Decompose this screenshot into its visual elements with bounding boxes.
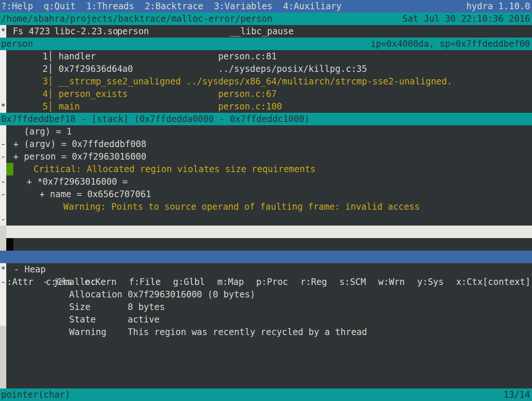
collapse-marker-icon[interactable]: -: [0, 138, 6, 150]
active-thread-marker-icon: *: [0, 25, 6, 38]
heap-detail-allocation: Allocation 0x7f2963016000 (0 bytes): [0, 288, 532, 301]
frame-function: handler: [59, 50, 96, 63]
frame-separator: │: [48, 75, 53, 88]
status-bar: pointer(char) 13/14: [0, 388, 532, 401]
active-frame-marker-icon: *: [0, 100, 6, 113]
active-pane-marker-icon: *: [0, 263, 6, 276]
thread-binary: libc-2.23.so: [54, 25, 118, 38]
clock: Sat Jul 30 22:10:36 2016: [402, 13, 530, 25]
frame-number: 3: [43, 75, 48, 88]
variable-row-argv[interactable]: + (argv) = 0x7ffdeddbf008: [0, 138, 532, 150]
heap-allocator-label: - jemalloc: [43, 276, 96, 288]
heap-detail-text: Allocation 0x7f2963016000 (0 bytes): [69, 288, 256, 301]
thread-function: __libc_pause: [230, 25, 293, 38]
variable-row-deref[interactable]: + *0x7f2963016000 =: [0, 175, 532, 188]
collapse-marker-icon[interactable]: -: [0, 150, 6, 163]
error-indicator-block: [6, 163, 13, 175]
pane-position: 13/14: [504, 388, 530, 401]
variable-text: + (argv) = 0x7ffdeddbf008: [13, 138, 146, 150]
hydra-terminal: ?:Helpq:Quit1:Threads2:Backtrace3:Variab…: [0, 0, 532, 401]
frame-number: 2: [43, 63, 48, 75]
menu-items: ?:Helpq:Quit1:Threads2:Backtrace3:Variab…: [1, 0, 352, 13]
thread-fs: Fs 4723: [13, 25, 50, 38]
app-version: hydra 1.10.0: [466, 0, 530, 13]
working-path: /home/sbahra/projects/backtrace/malloc-e…: [1, 13, 272, 25]
backtrace-frame[interactable]: 3 │ __strcmp_sse2_unaligned ../sysdeps/x…: [0, 75, 532, 88]
frame-file: person.c:100: [218, 100, 282, 113]
menu-item-auxiliary[interactable]: 4:Auxiliary: [283, 0, 342, 13]
warning-text: Warning: Points to source operand of fau…: [63, 200, 420, 213]
frame-function: __strcmp_sse2_unaligned: [59, 75, 181, 88]
frame-separator: │: [48, 63, 53, 75]
frame-registers: ip=0x4008da, sp=0x7ffdeddbef00: [371, 38, 530, 50]
frame-file: person.c:81: [218, 50, 276, 63]
variable-text: + *0x7f2963016000 =: [27, 175, 128, 188]
frame-file: ../sysdeps/posix/killpg.c:35: [218, 63, 367, 75]
collapse-marker-icon[interactable]: -: [0, 213, 6, 226]
heap-detail-warning: Warning This region was recently recycle…: [0, 326, 532, 338]
menu-item-help[interactable]: ?:Help: [1, 0, 33, 13]
variable-row-test-selected[interactable]: ┌+ test = 0x7f2963016000: [0, 213, 532, 226]
heap-detail-text: Warning This region was recently recycle…: [69, 326, 367, 338]
frame-function: main: [59, 100, 80, 113]
backtrace-frame-active[interactable]: 5 │ main person.c:100: [0, 100, 532, 113]
heap-detail-text: State active: [69, 313, 160, 326]
variable-text: + name = 0x656c707061: [39, 188, 151, 200]
variable-row-name[interactable]: + name = 0x656c707061: [0, 188, 532, 200]
frame-number: 4: [43, 88, 48, 100]
heap-root-label: - Heap: [14, 263, 46, 276]
thread-row[interactable]: Fs 4723 libc-2.23.so person __libc_pause: [0, 25, 532, 38]
heap-root-row[interactable]: - Heap: [0, 263, 532, 276]
menu-item-variables[interactable]: 3:Variables: [214, 0, 272, 13]
backtrace-frame[interactable]: 1 │ handler person.c:81: [0, 50, 532, 63]
heap-detail-state: State active: [0, 313, 532, 326]
frame-function: person_exists: [59, 88, 128, 100]
heap-allocator-row[interactable]: - jemalloc: [0, 276, 532, 288]
heap-scrollbar-track[interactable]: [0, 326, 6, 388]
collapse-marker-icon[interactable]: -: [0, 175, 6, 188]
stack-region-bar: 0x7ffdeddbef18 - [stack] (0x7ffdedda0000…: [0, 113, 532, 125]
menu-item-backtrace[interactable]: 2:Backtrace: [145, 0, 203, 13]
variable-text: ┌+ test = 0x7f2963016000: [15, 213, 142, 226]
path-bar: /home/sbahra/projects/backtrace/malloc-e…: [0, 13, 532, 25]
frame-name: person: [1, 38, 33, 50]
variable-row-person[interactable]: + person = 0x7f2963016000: [0, 150, 532, 163]
heap-detail-size: Size 8 bytes: [0, 301, 532, 313]
variable-row-arg[interactable]: (arg) = 1: [0, 125, 532, 138]
variable-text: + person = 0x7f2963016000: [13, 150, 146, 163]
variable-critical-message: Critical: Allocated region violates size…: [0, 163, 532, 175]
critical-text: Critical: Allocated region violates size…: [34, 163, 316, 175]
frame-separator: │: [48, 88, 53, 100]
frame-number: 5: [43, 100, 48, 113]
backtrace-frame[interactable]: 4 │ person_exists person.c:67: [0, 88, 532, 100]
collapse-marker-icon[interactable]: -: [0, 276, 6, 288]
frame-header-bar: person ip=0x4008da, sp=0x7ffdeddbef00: [0, 38, 532, 50]
frame-file: person.c:67: [218, 88, 276, 100]
menu-item-quit[interactable]: q:Quit: [44, 0, 76, 13]
frame-separator: │: [48, 100, 53, 113]
frame-file: ../sysdeps/x86_64/multiarch/strcmp-sse2-…: [186, 75, 452, 88]
frame-function: 0x7f29636d64a0: [59, 63, 133, 75]
variable-warning-message: Warning: Points to source operand of fau…: [0, 200, 532, 213]
selected-type: pointer(char): [1, 388, 70, 401]
selection-highlight: [6, 226, 532, 238]
menu-bar: ?:Helpq:Quit1:Threads2:Backtrace3:Variab…: [0, 0, 532, 13]
backtrace-frame[interactable]: 2 │ 0x7f29636d64a0 ../sysdeps/posix/kill…: [0, 63, 532, 75]
aux-key-bar: a:Attr c:Cls e:Kern f:File g:Glbl m:Map …: [0, 251, 532, 263]
cursor-block: [6, 238, 13, 251]
frame-separator: │: [48, 50, 53, 63]
thread-process: person: [117, 25, 149, 38]
variables-scrollbar-track[interactable]: [0, 226, 6, 251]
collapse-marker-icon[interactable]: -: [0, 188, 6, 200]
heap-detail-text: Size 8 bytes: [69, 301, 165, 313]
frame-number: 1: [43, 50, 48, 63]
menu-item-threads[interactable]: 1:Threads: [86, 0, 134, 13]
variable-text: (arg) = 1: [24, 125, 72, 138]
stack-region-text: 0x7ffdeddbef18 - [stack] (0x7ffdedda0000…: [1, 113, 310, 125]
